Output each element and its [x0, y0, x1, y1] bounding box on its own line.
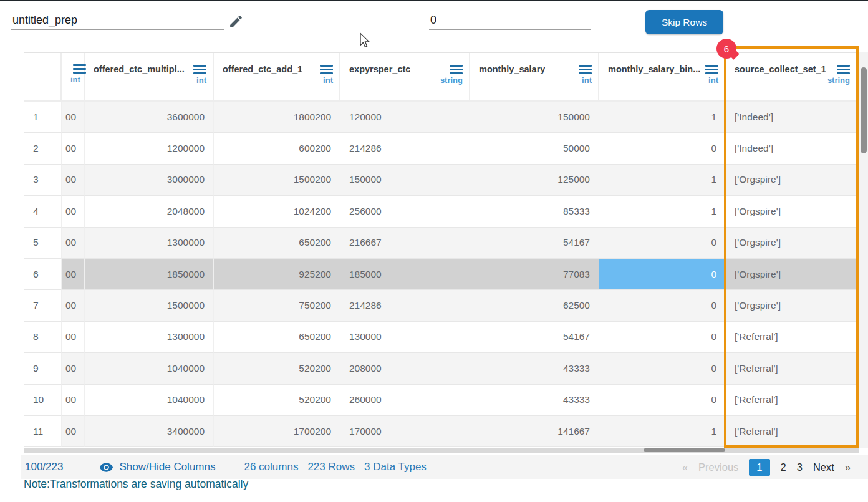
column-header[interactable]: [24, 53, 62, 102]
cell[interactable]: 0: [599, 228, 726, 259]
cell[interactable]: 1300000: [85, 228, 214, 259]
show-hide-columns-button[interactable]: Show/Hide Columns: [99, 460, 215, 475]
cell[interactable]: 00: [62, 133, 85, 164]
vertical-scrollbar[interactable]: [859, 52, 868, 448]
pagination-next[interactable]: Next: [813, 461, 834, 473]
cell[interactable]: 650200: [214, 228, 340, 259]
pagination-first[interactable]: «: [682, 461, 688, 473]
column-menu-icon[interactable]: [450, 65, 463, 74]
cell[interactable]: 750200: [214, 290, 340, 321]
cell[interactable]: 600200: [214, 133, 340, 164]
cell[interactable]: 1: [599, 102, 726, 133]
cell[interactable]: 1040000: [85, 385, 214, 416]
column-menu-icon[interactable]: [837, 65, 850, 74]
skip-rows-button[interactable]: Skip Rows: [645, 10, 723, 34]
cell[interactable]: ['Orgspire']: [726, 228, 856, 259]
cell[interactable]: 120000: [340, 102, 470, 133]
cell[interactable]: 150000: [340, 165, 470, 196]
cell[interactable]: 1: [599, 416, 726, 447]
cell[interactable]: 00: [62, 165, 85, 196]
pagination-page-3[interactable]: 3: [797, 461, 803, 473]
cell[interactable]: 43333: [470, 353, 599, 384]
horizontal-scrollbar-thumb[interactable]: [644, 448, 725, 452]
cell[interactable]: ['Orgspire']: [726, 290, 856, 321]
cell[interactable]: 208000: [340, 353, 470, 384]
cell[interactable]: ['Referral']: [726, 416, 856, 447]
pagination-last[interactable]: »: [845, 461, 851, 473]
column-header-offered_ctc_multipl[interactable]: offered_ctc_multipl...int: [85, 53, 214, 102]
cell[interactable]: 00: [62, 322, 85, 353]
column-menu-icon[interactable]: [193, 65, 206, 74]
prep-name-input[interactable]: [11, 11, 224, 30]
cell[interactable]: 1040000: [85, 353, 214, 384]
cell[interactable]: 43333: [470, 385, 599, 416]
cell[interactable]: 520200: [214, 353, 340, 384]
cell[interactable]: 3400000: [85, 416, 214, 447]
cell[interactable]: ['Indeed']: [726, 133, 856, 164]
cell[interactable]: 77083: [470, 259, 599, 290]
cell[interactable]: 2048000: [85, 196, 214, 227]
cell[interactable]: ['Referral']: [726, 322, 856, 353]
pagination-page-2[interactable]: 2: [781, 461, 786, 473]
pagination-previous[interactable]: Previous: [698, 461, 738, 473]
column-menu-icon[interactable]: [73, 64, 86, 74]
cell[interactable]: 170000: [340, 416, 470, 447]
cell[interactable]: 00: [62, 196, 85, 227]
cell[interactable]: 214286: [340, 290, 470, 321]
horizontal-scrollbar[interactable]: [24, 448, 859, 453]
column-menu-icon[interactable]: [705, 65, 718, 74]
cell[interactable]: 0: [599, 385, 726, 416]
cell[interactable]: 00: [62, 353, 85, 384]
cell[interactable]: 0: [599, 353, 726, 384]
edit-name-icon[interactable]: [228, 14, 244, 32]
cell[interactable]: 3600000: [85, 102, 214, 133]
column-header[interactable]: int: [62, 53, 85, 102]
cell[interactable]: 1300000: [85, 322, 214, 353]
cell[interactable]: 256000: [340, 196, 470, 227]
cell[interactable]: ['Indeed']: [726, 102, 856, 133]
cell[interactable]: 260000: [340, 385, 470, 416]
cell[interactable]: 1700200: [214, 416, 340, 447]
skip-rows-input[interactable]: [429, 11, 591, 30]
cell[interactable]: 0: [599, 290, 726, 321]
cell[interactable]: 1200000: [85, 133, 214, 164]
column-menu-icon[interactable]: [579, 65, 592, 74]
cell[interactable]: 1500200: [214, 165, 340, 196]
cell[interactable]: 00: [62, 290, 85, 321]
column-header-offered_ctc_add_1[interactable]: offered_ctc_add_1int: [214, 53, 340, 102]
cell[interactable]: ['Orgspire']: [726, 196, 856, 227]
cell[interactable]: ['Referral']: [726, 353, 856, 384]
cell[interactable]: 00: [62, 259, 85, 290]
vertical-scrollbar-thumb[interactable]: [861, 67, 867, 153]
cell[interactable]: 214286: [340, 133, 470, 164]
cell[interactable]: 00: [62, 416, 85, 447]
cell[interactable]: 130000: [340, 322, 470, 353]
cell[interactable]: ['Referral']: [726, 385, 856, 416]
cell[interactable]: 1: [599, 165, 726, 196]
cell[interactable]: 150000: [470, 102, 599, 133]
cell[interactable]: 925200: [214, 259, 340, 290]
pagination-page-1[interactable]: 1: [749, 459, 769, 476]
cell[interactable]: ['Orgspire']: [726, 259, 856, 290]
cell[interactable]: 50000: [470, 133, 599, 164]
cell[interactable]: 1024200: [214, 196, 340, 227]
cell[interactable]: 1: [599, 196, 726, 227]
cell[interactable]: 0: [599, 322, 726, 353]
selected-cell[interactable]: 0: [599, 259, 726, 290]
cell[interactable]: 125000: [470, 165, 599, 196]
cell[interactable]: 0: [599, 133, 726, 164]
cell[interactable]: 216667: [340, 228, 470, 259]
cell[interactable]: 62500: [470, 290, 599, 321]
cell[interactable]: 141667: [470, 416, 599, 447]
cell[interactable]: 1500000: [85, 290, 214, 321]
column-header-monthly_salary[interactable]: monthly_salaryint: [470, 53, 599, 102]
column-header-source_collect_set_1[interactable]: source_collect_set_1string: [726, 53, 856, 102]
cell[interactable]: 185000: [340, 259, 470, 290]
cell[interactable]: ['Orgspire']: [726, 165, 856, 196]
cell[interactable]: 1850000: [85, 259, 214, 290]
cell[interactable]: 650200: [214, 322, 340, 353]
cell[interactable]: 00: [62, 385, 85, 416]
cell[interactable]: 85333: [470, 196, 599, 227]
cell[interactable]: 3000000: [85, 165, 214, 196]
column-menu-icon[interactable]: [320, 65, 333, 74]
